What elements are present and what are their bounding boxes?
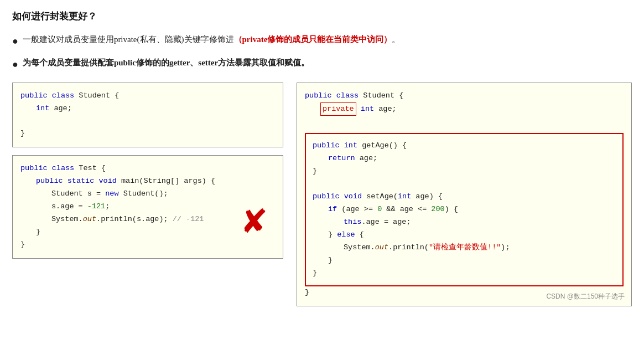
bullet-dot-1: ● (12, 33, 18, 49)
getter-setter-box: public int getAge() { return age; } publ… (305, 133, 624, 286)
code-panels: public class Student { int age; } public… (12, 83, 632, 306)
bullet-item-2: ● 为每个成员变量提供配套public修饰的的getter、setter方法暴露… (12, 56, 632, 73)
code-box-student-plain: public class Student { int age; } (12, 83, 283, 148)
code-box-test: public class Test { public static void m… (12, 155, 283, 259)
private-keyword: private (320, 102, 356, 116)
bullet-text-1: 一般建议对成员变量使用private(私有、隐藏)关键字修饰进（private修… (23, 33, 632, 46)
code-box-student-good: public class Student { private int age; … (297, 83, 632, 306)
csdn-credit: CSDN @数二150种子选手 (546, 291, 625, 302)
bullet-text-2: 为每个成员变量提供配套public修饰的的getter、setter方法暴露其取… (23, 56, 632, 69)
bullet-dot-2: ● (12, 57, 18, 73)
bullet-item-1: ● 一般建议对成员变量使用private(私有、隐藏)关键字修饰进（privat… (12, 33, 632, 49)
page-title: 如何进行封装更好？ (12, 10, 632, 23)
bullet-list: ● 一般建议对成员变量使用private(私有、隐藏)关键字修饰进（privat… (12, 33, 632, 73)
wrong-icon: ✘ (243, 204, 266, 242)
left-panels: public class Student { int age; } public… (12, 83, 283, 259)
